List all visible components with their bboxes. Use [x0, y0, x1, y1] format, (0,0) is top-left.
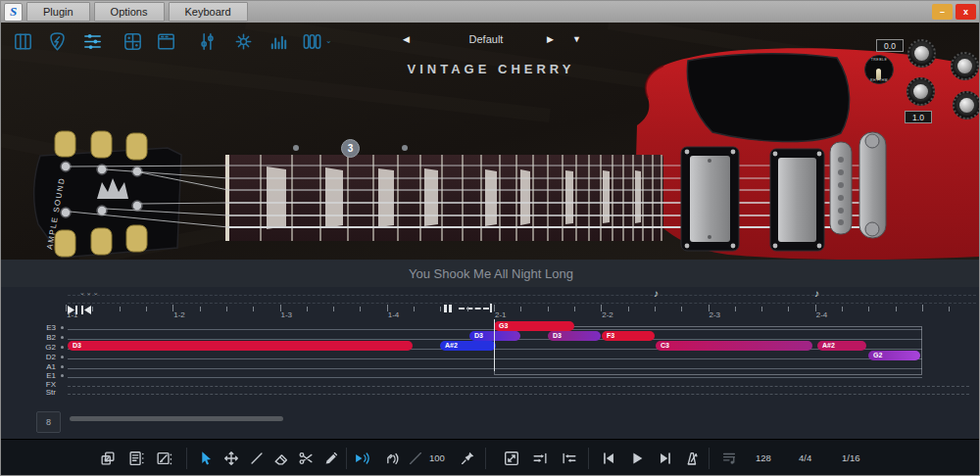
strum-audition-icon[interactable]: [382, 450, 400, 467]
volume-knob-2[interactable]: [951, 52, 979, 80]
duplicate-icon[interactable]: [99, 450, 117, 467]
string-row-label: Str: [34, 388, 56, 397]
scissors-tool-icon[interactable]: [297, 450, 315, 467]
minimize-button[interactable]: –: [932, 4, 953, 20]
horizontal-scrollbar[interactable]: [70, 416, 283, 421]
velocity-line-icon[interactable]: [407, 450, 424, 467]
amp-fx-icon[interactable]: [301, 30, 323, 53]
midi-note[interactable]: G2: [868, 351, 920, 360]
line-tool-icon[interactable]: [248, 450, 266, 467]
knob-value-bottom: 1.0: [905, 111, 932, 123]
guitar-panel: AMPLE SOUND: [1, 23, 980, 260]
amp-fx-caret-icon[interactable]: ⌄: [325, 36, 332, 45]
browser-panel-icon[interactable]: [155, 30, 177, 53]
playhead[interactable]: [494, 319, 495, 371]
align-next-icon[interactable]: [531, 450, 549, 467]
menu-plugin[interactable]: Plugin: [26, 2, 90, 22]
string-row-label: A1: [34, 362, 56, 371]
audition-play-icon[interactable]: [353, 450, 370, 467]
menu-keyboard[interactable]: Keyboard: [169, 2, 248, 22]
pin-icon[interactable]: [459, 450, 476, 467]
ruler-minor-tick: [949, 307, 950, 311]
string-row-label: B2: [34, 333, 56, 342]
gear-icon[interactable]: [232, 30, 255, 53]
string-mute-dot[interactable]: [61, 326, 64, 329]
preset-next-button[interactable]: ▶: [547, 34, 554, 44]
loop-marker[interactable]: [444, 305, 452, 312]
lane-line: [68, 386, 969, 387]
ruler-minor-tick: [440, 307, 441, 311]
event-list-icon[interactable]: [127, 450, 145, 467]
tone-knob-1[interactable]: [906, 77, 935, 106]
glue-tool-icon[interactable]: [322, 450, 340, 467]
ruler-minor-tick: [120, 307, 121, 311]
preset-selector: ◀ Default ▶ ▼: [393, 33, 589, 49]
go-start-icon[interactable]: [600, 450, 617, 467]
preset-value[interactable]: Default: [422, 33, 550, 45]
goto-start-icon[interactable]: [80, 302, 92, 312]
string-mute-dot[interactable]: [61, 356, 64, 358]
pointer-tool-icon[interactable]: [196, 450, 214, 467]
note-list-icon[interactable]: [720, 450, 738, 467]
midi-note[interactable]: A#2: [440, 341, 496, 351]
titlebar: S Plugin Options Keyboard – x: [1, 1, 979, 23]
knob-value-top: 0.0: [876, 39, 904, 52]
velocity-value[interactable]: 100: [429, 452, 445, 463]
midi-note[interactable]: D3: [68, 341, 413, 351]
string-mute-dot[interactable]: [61, 336, 64, 339]
eraser-tool-icon[interactable]: [272, 450, 290, 467]
song-title[interactable]: You Shook Me All Night Long: [409, 266, 573, 281]
mixer-panel-icon[interactable]: [196, 30, 219, 53]
metronome-icon[interactable]: [682, 450, 700, 467]
keyboard-panel-icon[interactable]: [12, 30, 34, 53]
strummer-panel-icon[interactable]: [122, 30, 144, 53]
volume-knob-1[interactable]: [907, 39, 936, 68]
go-end-icon[interactable]: [657, 450, 674, 467]
midi-note[interactable]: F3: [602, 331, 655, 341]
time-signature[interactable]: 4/4: [799, 452, 811, 463]
menu-options[interactable]: Options: [94, 2, 165, 22]
preset-prev-button[interactable]: ◀: [403, 34, 410, 44]
ruler-minor-tick: [788, 307, 789, 311]
toolbar-separator: [346, 448, 347, 469]
midi-note[interactable]: C3: [656, 341, 812, 351]
riffer-panel-icon[interactable]: [81, 30, 104, 53]
ornament-marker: ♪: [654, 288, 659, 299]
ruler-major-tick: [922, 305, 923, 311]
zoom-level-button[interactable]: 8: [36, 411, 61, 433]
close-button[interactable]: x: [956, 4, 976, 20]
ruler-minor-tick: [520, 307, 521, 311]
string-mute-dot[interactable]: [61, 374, 64, 377]
fit-zoom-icon[interactable]: [503, 450, 520, 467]
meter-icon[interactable]: [268, 30, 290, 53]
ruler-minor-tick: [548, 307, 549, 311]
grid-value[interactable]: 1/16: [842, 452, 860, 463]
play-icon[interactable]: [628, 450, 646, 467]
edit-toolbar: 1001284/41/16: [1, 439, 980, 476]
ruler-measure-label: 1-3: [281, 310, 293, 319]
string-mute-dot[interactable]: [61, 365, 64, 368]
midi-note[interactable]: D3: [469, 331, 520, 341]
move-tool-icon[interactable]: [222, 450, 240, 467]
ruler-minor-tick: [360, 307, 361, 311]
ruler-measure-label: 1-2: [173, 310, 185, 319]
midi-note[interactable]: D3: [548, 331, 601, 341]
riffer-editor[interactable]: ⌄⌄⌄ 1-11-21-31-42-12-22-32-4 E3B2G2D2A1E…: [1, 287, 980, 439]
lane-line: [68, 394, 969, 395]
preset-open-button[interactable]: ▼: [572, 34, 581, 44]
midi-note[interactable]: A#2: [817, 341, 866, 351]
loop-dashes: [459, 308, 489, 309]
pickup-selector-switch[interactable]: TREBLE RHYTHM: [864, 55, 894, 84]
edit-event-icon[interactable]: [155, 450, 172, 467]
capo-fret-badge[interactable]: 3: [341, 139, 360, 158]
align-prev-icon[interactable]: [561, 450, 578, 467]
tone-knob-2[interactable]: [953, 91, 980, 119]
midi-note[interactable]: G3: [494, 321, 574, 331]
ruler-minor-tick: [307, 307, 308, 311]
pick-panel-icon[interactable]: [46, 30, 69, 53]
string-mute-dot[interactable]: [61, 346, 64, 349]
length-value[interactable]: 128: [756, 452, 771, 463]
app-logo[interactable]: S: [4, 3, 23, 22]
toolbar-separator: [709, 448, 710, 469]
marker-lane-line: [68, 295, 976, 296]
